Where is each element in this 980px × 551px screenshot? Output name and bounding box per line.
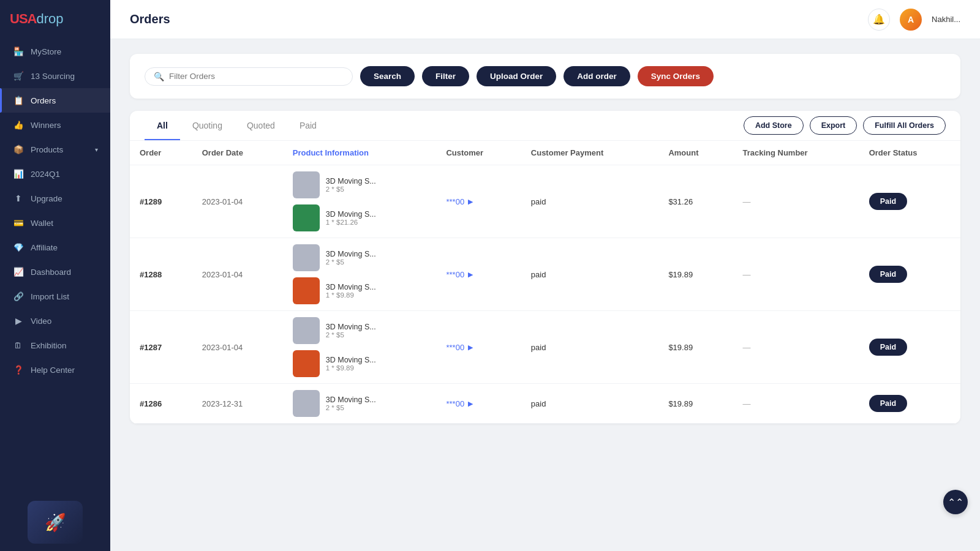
sidebar-item-wallet[interactable]: 💳 Wallet <box>0 211 110 235</box>
col-tracking-number: Tracking Number <box>733 141 859 165</box>
date-value: 2023-12-31 <box>202 399 243 408</box>
tracking-value: — <box>742 343 750 352</box>
sidebar-item-upgrade[interactable]: ⬆ Upgrade <box>0 186 110 211</box>
status-badge[interactable]: Paid <box>869 193 907 210</box>
customer-expand-icon[interactable]: ▶ <box>468 198 473 206</box>
amount-value: $19.89 <box>668 343 693 352</box>
mascot: 🚀 <box>28 501 83 544</box>
add-order-button[interactable]: Add order <box>564 66 630 86</box>
table-row: #12862023-12-31 3D Moving S... 2 * $5 **… <box>130 384 960 424</box>
order-number: #1287 <box>130 311 192 384</box>
customer-id: ***00 <box>446 399 464 408</box>
filter-button[interactable]: Filter <box>422 66 469 86</box>
sidebar-item-winners[interactable]: 👍 Winners <box>0 113 110 137</box>
export-button[interactable]: Export <box>810 116 858 135</box>
sync-orders-button[interactable]: Sync Orders <box>638 66 714 86</box>
amount: $19.89 <box>658 384 733 424</box>
sidebar-icon-wallet: 💳 <box>12 217 24 229</box>
customer-expand-icon[interactable]: ▶ <box>468 343 473 351</box>
avatar[interactable]: A <box>900 9 922 31</box>
search-button[interactable]: Search <box>360 66 415 86</box>
search-icon: 🔍 <box>154 72 164 81</box>
tracking-number: — <box>733 238 859 311</box>
tab-all[interactable]: All <box>145 111 180 140</box>
sidebar-bottom: 🚀 <box>0 493 110 551</box>
sidebar-icon-dashboard: 📈 <box>12 266 24 278</box>
product-info-cell: 3D Moving S... 2 * $5 3D Moving S... 1 *… <box>283 311 437 384</box>
payment-status: paid <box>531 197 546 206</box>
product-item: 3D Moving S... 2 * $5 <box>293 171 427 198</box>
tracking-number: — <box>733 311 859 384</box>
fulfill-all-button[interactable]: Fulfill All Orders <box>863 116 946 135</box>
product-qty: 2 * $5 <box>326 331 376 339</box>
table-row: #12892023-01-04 3D Moving S... 2 * $5 3D… <box>130 165 960 238</box>
product-qty: 2 * $5 <box>326 404 376 411</box>
page-title: Orders <box>130 12 170 26</box>
sidebar-item-products[interactable]: 📦 Products ▾ <box>0 137 110 162</box>
sidebar-item-affiliate[interactable]: 💎 Affiliate <box>0 235 110 260</box>
orders-card: AllQuotingQuotedPaid Add Store Export Fu… <box>130 111 960 424</box>
scroll-to-top[interactable]: ⌃⌃ <box>943 490 968 514</box>
order-number: #1289 <box>130 165 192 238</box>
product-qty: 1 * $21.26 <box>326 219 376 226</box>
col-order-status: Order Status <box>859 141 960 165</box>
sidebar-label-helpCenter: Help Center <box>31 365 75 375</box>
col-order-date: Order Date <box>192 141 283 165</box>
tabs-left: AllQuotingQuotedPaid <box>145 111 329 140</box>
col-order: Order <box>130 141 192 165</box>
customer-expand-icon[interactable]: ▶ <box>468 271 473 279</box>
tab-quoting[interactable]: Quoting <box>180 111 235 140</box>
product-item: 3D Moving S... 2 * $5 <box>293 390 427 417</box>
page-body: 🔍 Search Filter Upload Order Add order S… <box>110 39 980 551</box>
sidebar-label-orders: Orders <box>31 96 56 105</box>
sidebar-icon-products: 📦 <box>12 143 24 156</box>
add-store-button[interactable]: Add Store <box>744 116 804 135</box>
upload-order-button[interactable]: Upload Order <box>477 66 556 86</box>
sidebar-icon-sourcing: 🛒 <box>12 70 24 82</box>
sidebar-item-exhibition[interactable]: 🗓 Exhibition <box>0 333 110 358</box>
tracking-value: — <box>742 270 750 279</box>
sidebar-item-video[interactable]: ▶ Video <box>0 309 110 333</box>
sidebar-icon-helpCenter: ❓ <box>12 364 24 376</box>
status-badge[interactable]: Paid <box>869 395 907 412</box>
customer-expand-icon[interactable]: ▶ <box>468 400 473 408</box>
notification-bell[interactable]: 🔔 <box>868 9 890 31</box>
payment-status: paid <box>531 270 546 279</box>
sidebar-item-importlist[interactable]: 🔗 Import List <box>0 284 110 309</box>
tab-paid[interactable]: Paid <box>287 111 329 140</box>
sidebar-icon-orders: 📋 <box>12 94 24 107</box>
payment-status: paid <box>531 343 546 352</box>
tabs-right: Add Store Export Fulfill All Orders <box>744 116 946 135</box>
table-row: #12882023-01-04 3D Moving S... 2 * $5 3D… <box>130 238 960 311</box>
amount-value: $19.89 <box>668 270 693 279</box>
logo[interactable]: USAdrop <box>0 0 110 34</box>
sidebar-icon-upgrade: ⬆ <box>12 192 24 204</box>
search-input[interactable] <box>169 72 344 81</box>
order-id: #1286 <box>140 399 162 408</box>
customer-id: ***00 <box>446 270 464 279</box>
sidebar-item-2024q1[interactable]: 📊 2024Q1 <box>0 162 110 186</box>
product-name: 3D Moving S... <box>326 177 376 186</box>
sidebar-label-mystore: MyStore <box>31 47 61 56</box>
sidebar-icon-importlist: 🔗 <box>12 290 24 302</box>
order-date: 2023-01-04 <box>192 311 283 384</box>
amount-value: $31.26 <box>668 197 693 206</box>
sidebar-item-sourcing[interactable]: 🛒 13 Sourcing <box>0 64 110 88</box>
sidebar-item-mystore[interactable]: 🏪 MyStore <box>0 39 110 64</box>
product-details: 3D Moving S... 1 * $21.26 <box>326 210 376 226</box>
product-item: 3D Moving S... 1 * $9.89 <box>293 277 427 304</box>
status-badge[interactable]: Paid <box>869 339 907 356</box>
tab-quoted[interactable]: Quoted <box>235 111 287 140</box>
status-badge[interactable]: Paid <box>869 266 907 283</box>
product-details: 3D Moving S... 1 * $9.89 <box>326 283 376 299</box>
sidebar-icon-exhibition: 🗓 <box>12 339 24 351</box>
product-details: 3D Moving S... 2 * $5 <box>326 250 376 266</box>
sidebar-icon-winners: 👍 <box>12 119 24 131</box>
order-status: Paid <box>859 311 960 384</box>
sidebar-item-helpCenter[interactable]: ❓ Help Center <box>0 358 110 382</box>
sidebar-item-dashboard[interactable]: 📈 Dashboard <box>0 260 110 284</box>
sidebar-label-affiliate: Affiliate <box>31 243 58 252</box>
customer-payment: paid <box>521 165 659 238</box>
sidebar-label-video: Video <box>31 317 51 326</box>
sidebar-item-orders[interactable]: 📋 Orders <box>0 88 110 113</box>
